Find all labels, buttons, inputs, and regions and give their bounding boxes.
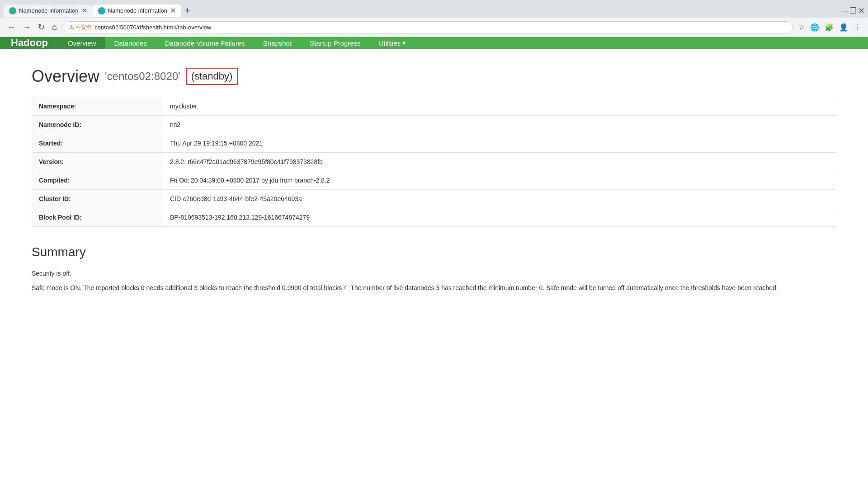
window-controls: — ❐ ✕ [842, 8, 864, 14]
table-row: Namespace: mycluster [32, 97, 836, 116]
tab-close-1[interactable]: ✕ [81, 7, 87, 14]
forward-button[interactable]: → [21, 21, 33, 34]
back-button[interactable]: ← [5, 21, 17, 34]
security-status: Security is off. [32, 268, 836, 278]
nav-item-datanodes[interactable]: Datanodes [105, 37, 156, 49]
tab-2[interactable]: 🌐 Namenode information ✕ [93, 5, 182, 17]
info-table: Namespace: mycluster Namenode ID: nn2 St… [32, 97, 836, 227]
table-cell-value: Fri Oct 20 04:39:00 +0800 2017 by jdu fr… [163, 171, 836, 190]
table-row: Version: 2.8.2, r66c47f2a01ad9637879e95f… [32, 153, 836, 171]
address-bar: ← → ↻ ⌂ ⚠ 不安全 centos02:50070/dfshealth.h… [0, 18, 868, 37]
table-row: Block Pool ID: BP-810693513-192.168.213.… [32, 208, 836, 227]
browser-chrome: 🌐 Namenode information ✕ 🌐 Namenode info… [0, 0, 868, 37]
utilities-arrow: ▾ [402, 39, 406, 47]
toolbar-icons: ☆ 🌐 🧩 👤 ⋮ [797, 21, 863, 33]
table-row: Cluster ID: CID-c760ed8d-1a93-4644-bfe2-… [32, 190, 836, 208]
tab-label-1: Namenode information [19, 7, 79, 14]
address-text: centos02:50070/dfshealth.html#tab-overvi… [94, 24, 211, 31]
address-input-container[interactable]: ⚠ 不安全 centos02:50070/dfshealth.html#tab-… [62, 21, 793, 33]
table-row: Namenode ID: nn2 [32, 116, 836, 134]
nav-item-snapshot[interactable]: Snapshot [254, 37, 301, 49]
nav-item-startup-progress[interactable]: Startup Progress [301, 37, 370, 49]
bookmark-button[interactable]: ☆ [797, 21, 807, 33]
utilities-label: Utilities [379, 39, 401, 47]
table-cell-value: BP-810693513-192.168.213.128-16166748742… [163, 208, 836, 227]
table-cell-value: Thu Apr 29 19:19:15 +0800 2021 [163, 134, 836, 153]
reload-button[interactable]: ↻ [36, 20, 47, 34]
security-warning: ⚠ 不安全 [69, 23, 92, 31]
nav-brand: Hadoop [0, 37, 59, 49]
page-title: Overview 'centos02:8020' (standby) [32, 67, 836, 86]
overview-host: 'centos02:8020' [105, 70, 180, 83]
table-cell-label: Namespace: [32, 97, 163, 116]
overview-title: Overview [32, 67, 99, 86]
minimize-button[interactable]: — [842, 8, 848, 14]
table-cell-value: nn2 [163, 116, 836, 134]
table-cell-label: Compiled: [32, 171, 163, 190]
table-row: Compiled: Fri Oct 20 04:39:00 +0800 2017… [32, 171, 836, 190]
close-button[interactable]: ✕ [858, 8, 864, 14]
table-row: Started: Thu Apr 29 19:19:15 +0800 2021 [32, 134, 836, 153]
maximize-button[interactable]: ❐ [850, 8, 856, 14]
nav-item-datanode-volume-failures[interactable]: Datanode Volume Failures [156, 37, 254, 49]
title-bar: 🌐 Namenode information ✕ 🌐 Namenode info… [0, 0, 868, 18]
table-cell-value: mycluster [163, 97, 836, 116]
extensions-button[interactable]: 🧩 [823, 21, 835, 33]
utilities-label-container: Utilities ▾ [379, 39, 406, 47]
tab-favicon-1: 🌐 [9, 7, 16, 14]
menu-button[interactable]: ⋮ [852, 21, 863, 33]
new-tab-button[interactable]: + [181, 4, 194, 18]
table-cell-label: Started: [32, 134, 163, 153]
nav-bar: Hadoop Overview Datanodes Datanode Volum… [0, 37, 868, 49]
table-cell-label: Block Pool ID: [32, 208, 163, 227]
summary-title: Summary [32, 245, 836, 259]
table-cell-value: 2.8.2, r66c47f2a01ad9637879e95f80c41f798… [163, 153, 836, 171]
main-content: Overview 'centos02:8020' (standby) Names… [0, 49, 868, 316]
table-cell-label: Version: [32, 153, 163, 171]
table-cell-label: Namenode ID: [32, 116, 163, 134]
profile-button[interactable]: 👤 [837, 21, 850, 33]
safemode-status: Safe mode is ON. The reported blocks 0 n… [32, 283, 836, 293]
table-cell-value: CID-c760ed8d-1a93-4644-bfe2-45a20e64603a [163, 190, 836, 208]
table-cell-label: Cluster ID: [32, 190, 163, 208]
translate-button[interactable]: 🌐 [808, 21, 821, 33]
tab-1[interactable]: 🌐 Namenode information ✕ [4, 5, 93, 17]
home-button[interactable]: ⌂ [50, 21, 59, 34]
standby-badge: (standby) [186, 68, 238, 85]
tab-favicon-2: 🌐 [98, 7, 105, 14]
tab-close-2[interactable]: ✕ [170, 7, 176, 14]
tab-label-2: Namenode information [108, 7, 168, 14]
nav-item-overview[interactable]: Overview [59, 37, 105, 49]
nav-item-utilities[interactable]: Utilities ▾ [370, 37, 415, 49]
